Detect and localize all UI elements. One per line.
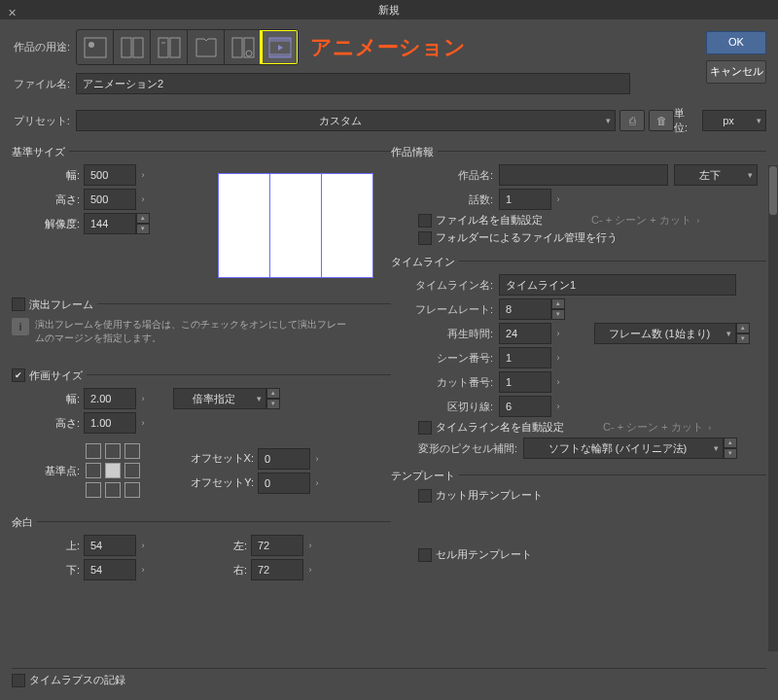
info-name-input[interactable] (499, 164, 668, 186)
draw-mode-stepper[interactable]: ▴▾ (266, 388, 280, 409)
svg-rect-5 (170, 38, 180, 57)
info-pos-dropdown[interactable]: 左下 (674, 164, 758, 186)
purpose-annotation: アニメーション (310, 33, 466, 62)
offsety-label: オフセットY: (181, 475, 258, 490)
margin-bottom-input[interactable] (84, 559, 136, 580)
direction-frame-check[interactable] (12, 298, 25, 311)
purpose-buttons (76, 29, 299, 65)
cut-template-label: カット用テンプレート (436, 488, 543, 503)
tl-fps-input[interactable] (499, 298, 551, 320)
timelapse-label: タイムラプスの記録 (29, 673, 125, 687)
purpose-book-icon[interactable] (188, 30, 225, 64)
scrollbar-thumb[interactable] (769, 166, 777, 215)
action-buttons: OK キャンセル (706, 31, 766, 84)
close-icon[interactable]: ✕ (6, 3, 18, 15)
base-height-label: 高さ: (12, 192, 84, 207)
draw-size-check[interactable] (12, 368, 25, 382)
svg-rect-12 (269, 53, 291, 57)
tl-scene-input[interactable] (499, 347, 551, 368)
preset-dropdown[interactable]: カスタム (76, 110, 616, 131)
margin-left-input[interactable] (251, 535, 303, 556)
draw-width-label: 幅: (12, 392, 84, 406)
preset-delete-icon[interactable]: 🗑 (649, 110, 674, 131)
dialog-title: 新規 (378, 4, 400, 16)
folder-check[interactable] (418, 231, 432, 245)
chevron-right-icon[interactable]: › (136, 541, 150, 550)
draw-height-input[interactable] (84, 412, 136, 434)
base-width-input[interactable] (84, 164, 136, 186)
info-name-label: 作品名: (391, 168, 499, 183)
purpose-animation-icon[interactable] (262, 30, 298, 64)
scrollbar[interactable] (768, 165, 778, 651)
preset-save-icon[interactable]: ⎙ (619, 110, 645, 131)
unit-dropdown[interactable]: px (702, 110, 766, 131)
chevron-right-icon[interactable]: › (310, 454, 324, 464)
tl-play-mode-dropdown[interactable]: フレーム数 (1始まり) (594, 323, 736, 344)
svg-rect-11 (269, 38, 291, 42)
chevron-right-icon[interactable]: › (551, 402, 565, 411)
base-height-input[interactable] (84, 189, 136, 210)
draw-height-label: 高さ: (12, 416, 84, 431)
margin-top-input[interactable] (84, 535, 136, 556)
tl-pixel-label: 変形のピクセル補間: (391, 441, 523, 456)
cel-template-check[interactable] (418, 548, 432, 562)
chevron-right-icon[interactable]: › (136, 565, 150, 575)
base-res-input[interactable] (84, 213, 136, 234)
fps-stepper[interactable]: ▴▾ (551, 298, 565, 320)
tl-pixel-dropdown[interactable]: ソフトな輪郭 (バイリニア法) (523, 438, 724, 459)
cancel-button[interactable]: キャンセル (706, 60, 766, 84)
auto-filename-check[interactable] (418, 214, 432, 228)
offsety-input[interactable] (258, 472, 310, 494)
purpose-print-icon[interactable] (151, 30, 188, 64)
chevron-right-icon[interactable]: › (551, 329, 565, 338)
base-res-label: 解像度: (12, 217, 84, 231)
unit-label: 単位: (674, 106, 698, 135)
play-mode-stepper[interactable]: ▴▾ (736, 323, 750, 344)
svg-point-1 (88, 42, 94, 48)
anchor-grid[interactable] (84, 441, 142, 500)
tl-autoname-label: タイムライン名を自動設定 (436, 420, 564, 435)
draw-mode-dropdown[interactable]: 倍率指定 (173, 388, 266, 409)
preset-label: プリセット: (12, 114, 76, 128)
chevron-right-icon[interactable]: › (303, 565, 317, 575)
margin-title: 余白 (12, 511, 33, 532)
timelapse-check[interactable] (12, 674, 25, 687)
pixel-stepper[interactable]: ▴▾ (724, 438, 737, 459)
new-dialog: ✕ 新規 OK キャンセル 作品の用途: アニメーション ファイル名: プリセッ… (0, 0, 778, 700)
svg-rect-0 (85, 38, 106, 57)
chevron-right-icon[interactable]: › (310, 478, 324, 488)
tl-div-input[interactable] (499, 396, 551, 417)
tl-autoname-check[interactable] (418, 421, 432, 435)
chevron-right-icon[interactable]: › (136, 170, 150, 180)
tl-play-input[interactable] (499, 323, 551, 344)
chevron-right-icon[interactable]: › (136, 194, 150, 204)
tl-cut-label: カット番号: (391, 375, 499, 390)
purpose-comic-icon[interactable] (114, 30, 151, 64)
filename-input[interactable] (76, 73, 630, 94)
chevron-right-icon[interactable]: › (136, 394, 150, 403)
svg-rect-7 (232, 38, 242, 57)
chevron-right-icon[interactable]: › (551, 353, 565, 363)
draw-width-input[interactable] (84, 388, 136, 409)
info-ep-input[interactable] (499, 189, 551, 210)
purpose-gear-icon[interactable] (225, 30, 262, 64)
direction-frame-label: 演出フレーム (29, 294, 93, 314)
chevron-right-icon[interactable]: › (551, 194, 565, 204)
chevron-right-icon[interactable]: › (303, 541, 317, 550)
auto-filename-hint: C- + シーン + カット (591, 213, 691, 228)
tl-name-input[interactable] (499, 274, 736, 296)
tl-fps-label: フレームレート: (391, 302, 499, 317)
tl-cut-input[interactable] (499, 371, 551, 393)
svg-rect-3 (133, 38, 143, 57)
tl-play-label: 再生時間: (391, 327, 499, 341)
res-stepper[interactable]: ▴▾ (136, 213, 150, 234)
chevron-right-icon[interactable]: › (551, 377, 565, 387)
purpose-illustration-icon[interactable] (77, 30, 114, 64)
ok-button[interactable]: OK (706, 31, 766, 54)
margin-right-input[interactable] (251, 559, 303, 580)
info-icon: i (12, 318, 29, 335)
chevron-right-icon[interactable]: › (136, 418, 150, 428)
cut-template-check[interactable] (418, 489, 432, 503)
offsetx-label: オフセットX: (181, 451, 258, 466)
offsetx-input[interactable] (258, 448, 310, 470)
